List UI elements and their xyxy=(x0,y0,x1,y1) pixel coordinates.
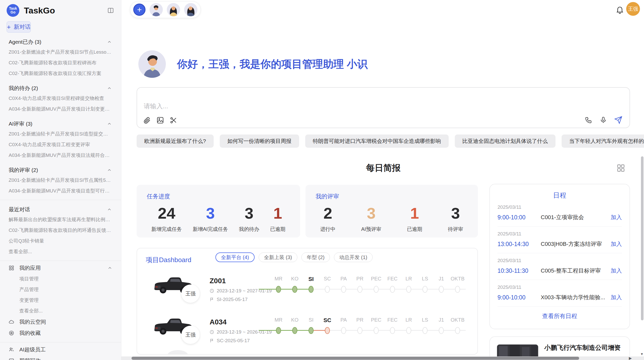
milestone-dot-pending xyxy=(406,327,411,334)
milestone-dot-pending xyxy=(325,286,330,293)
sidebar-item[interactable]: C02-飞腾新能源轻客改款项目里程碑画布 xyxy=(0,57,121,68)
stat-value: 3 xyxy=(193,204,228,222)
greeting-text: 你好，王强，我是你的项目管理助理 小识 xyxy=(177,57,368,71)
sidebar-my-cloud[interactable]: 我的云空间 xyxy=(0,316,121,327)
sidebar-item[interactable]: A034-全新新能源MUV产品开发项目造型可行性评审 xyxy=(0,186,121,196)
horizontal-scrollbar-thumb[interactable] xyxy=(131,357,579,360)
sidebar-section-recent[interactable]: 最近对话 xyxy=(0,205,121,214)
app-title: TaskGo xyxy=(24,6,55,16)
view-all-apps[interactable]: 查看全部... xyxy=(0,306,121,316)
schedule-event: 2025/03/11 13:00-14:30 C003|H0B-方案冻结评审 加… xyxy=(497,227,622,253)
sidebar-section-ai-review[interactable]: AI评审 (3) xyxy=(0,119,121,129)
sidebar-app-project-mgmt[interactable]: 项目管理 xyxy=(0,274,121,284)
milestone-dot-pending xyxy=(406,286,411,293)
scissors-icon[interactable] xyxy=(170,116,177,124)
suggestion-chip[interactable]: 如何写一份清晰的项目周报 xyxy=(220,134,299,148)
new-chat-button[interactable]: + 新对话 xyxy=(7,21,31,33)
milestone-dot-pending xyxy=(390,286,395,293)
stat-value: 24 xyxy=(151,204,182,222)
add-button[interactable]: + xyxy=(133,4,145,16)
quick-access-pill: + xyxy=(130,1,201,18)
scroll-down-arrow[interactable]: ▼ xyxy=(640,352,643,356)
my-review-card: 我的评审 2进行中 3AI预评审 1已逾期 3待评审 xyxy=(305,185,478,237)
sidebar-app-product-mgmt[interactable]: 产品管理 xyxy=(0,284,121,295)
filter-chip-year-model[interactable]: 年型 (2) xyxy=(301,252,330,262)
join-link[interactable]: 加入 xyxy=(611,267,622,275)
divider xyxy=(0,200,121,200)
sidebar-item[interactable]: A034-全新新能源MUV产品开发项目法规符合性评审 xyxy=(0,150,121,161)
daily-briefing-title: 每日简报 xyxy=(137,162,630,174)
phone-call-icon[interactable] xyxy=(585,116,592,124)
suggestion-chip[interactable]: 当下年轻人对汽车外观有怎样的喜好趋势 xyxy=(562,134,644,148)
avatar[interactable] xyxy=(167,3,180,16)
sidebar-section-my-review[interactable]: 我的评审 (2) xyxy=(0,165,121,175)
event-date: 2025/03/11 xyxy=(497,204,622,210)
sidebar-my-apps[interactable]: 我的应用 xyxy=(0,262,121,274)
filter-chip-new-body[interactable]: 全新上装 (3) xyxy=(259,252,297,262)
sidebar-item[interactable]: C02-飞腾新能源轻客改款项目的闭环通告反馈情况 xyxy=(0,225,121,236)
filter-chip-new-platform[interactable]: 全新平台 (4) xyxy=(215,252,255,262)
project-owner-badge: 王强 xyxy=(181,284,200,303)
view-all-schedule-link[interactable]: 查看所有日程 xyxy=(497,312,622,320)
event-name: C003|H0B-方案冻结评审 xyxy=(541,240,607,248)
horizontal-scrollbar[interactable] xyxy=(121,356,644,360)
milestone-dot-done xyxy=(292,327,297,334)
join-link[interactable]: 加入 xyxy=(611,214,622,221)
event-time: 13:00-14:30 xyxy=(497,241,541,248)
microphone-icon[interactable] xyxy=(599,116,607,124)
stat-value: 1 xyxy=(270,204,285,222)
stat-label: 已逾期 xyxy=(270,226,285,233)
cloud-icon xyxy=(9,319,14,325)
sidebar-item[interactable]: C0X4-动力总成开发项目SI里程碑提交物检查 xyxy=(0,93,121,104)
event-time: 9:00-10:00 xyxy=(497,294,541,301)
sidebar-item[interactable]: C0X4-动力总成开发项目工程变更评审 xyxy=(0,139,121,150)
vertical-scrollbar-thumb[interactable] xyxy=(641,156,643,320)
milestone-dot-pending xyxy=(422,327,428,334)
send-icon[interactable] xyxy=(614,116,622,124)
stat-value: 3 xyxy=(361,204,381,222)
scroll-right-arrow[interactable]: ▶ xyxy=(629,356,632,360)
project-row-z001[interactable]: 王强 Z001 2023-12-19 ~ 2027-01-19 SI-2025-… xyxy=(137,274,477,317)
flag-icon xyxy=(210,297,214,302)
sidebar-item[interactable]: C02-飞腾新能源轻客改款项目立项汇报方案 xyxy=(0,68,121,79)
sidebar-item[interactable]: Z001-全新燃油轻卡产品开发项目SI造型提交物评审 xyxy=(0,129,121,139)
attachment-icon[interactable] xyxy=(143,116,151,124)
avatar[interactable] xyxy=(184,3,197,16)
sidebar-item[interactable]: 公司Q3轻卡销量 xyxy=(0,236,121,246)
chevron-up-icon xyxy=(107,86,112,91)
image-upload-icon[interactable] xyxy=(156,116,164,124)
suggestion-chip[interactable]: 特朗普可能对进口汽车增税会对中国车企造成哪些影响 xyxy=(305,134,449,148)
notification-bell-icon[interactable] xyxy=(616,6,624,14)
sidebar-item[interactable]: Z001-全新燃油皮卡产品开发项目SI节点Lesson Learn报告 xyxy=(0,47,121,57)
user-avatar[interactable]: 王强 xyxy=(626,2,640,16)
avatar[interactable] xyxy=(150,3,163,16)
chevron-up-icon xyxy=(107,121,112,126)
suggestion-chip[interactable]: 比亚迪全固态电池计划具体说了什么 xyxy=(455,134,555,148)
event-name: C005-整车工程目标评审 xyxy=(541,267,607,275)
sidebar-section-agent-done[interactable]: Agent已办 (3) xyxy=(0,37,121,47)
dashboard-filters: 全新平台 (4) 全新上装 (3) 年型 (2) 动总开发 (1) xyxy=(215,252,373,262)
project-row-a034[interactable]: 王强 A034 2023-12-19 ~ 2026-01-19 SC-2025-… xyxy=(137,315,477,355)
event-name: X003-车辆动力学性能验... xyxy=(541,294,607,301)
filter-chip-powertrain[interactable]: 动总开发 (1) xyxy=(334,252,373,262)
suggestion-chip[interactable]: 欧洲新规最近颁布了什么? xyxy=(137,134,214,148)
schedule-event: 2025/03/11 10:30-11:30 C005-整车工程目标评审 加入 xyxy=(497,253,622,280)
suggestion-chips: 欧洲新规最近颁布了什么? 如何写一份清晰的项目周报 特朗普可能对进口汽车增税会对… xyxy=(137,134,630,148)
view-all-conversations[interactable]: 查看全部... xyxy=(0,246,121,257)
sidebar-my-favorites[interactable]: 我的收藏 xyxy=(0,327,121,339)
sidebar-app-change-mgmt[interactable]: 变更管理 xyxy=(0,295,121,306)
sidebar-header: Task Go TaskGo xyxy=(0,0,121,19)
sidebar-ai-super-staff[interactable]: AI超级员工 xyxy=(0,344,121,355)
chat-input[interactable] xyxy=(144,102,449,110)
layout-grid-icon[interactable] xyxy=(617,164,625,172)
sidebar-item[interactable]: A034-全新新能源MUV产品开发项目计划变更表编写 xyxy=(0,104,121,114)
sidebar-collapse-icon[interactable] xyxy=(107,7,114,14)
sidebar-section-my-todo[interactable]: 我的待办 (2) xyxy=(0,83,121,93)
project-flag-date: SC-2025-05-17 xyxy=(217,338,250,343)
sidebar-help-me-write[interactable]: 帮我写作 xyxy=(0,355,121,360)
join-link[interactable]: 加入 xyxy=(611,240,622,248)
sidebar-item[interactable]: 解释最新出台的欧盟报废车法规再生塑料比例被调至15%... xyxy=(0,214,121,225)
grid-icon xyxy=(9,265,14,271)
join-link[interactable]: 加入 xyxy=(611,294,622,301)
sidebar-item[interactable]: Z001-全新燃油轻卡产品开发项目SI节点属性5D文件评审 xyxy=(0,175,121,186)
